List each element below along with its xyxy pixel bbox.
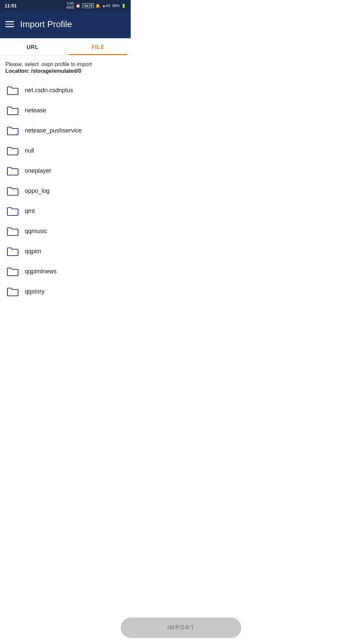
list-item[interactable]: qqstory [5, 281, 125, 302]
folder-icon [7, 286, 19, 297]
folder-name: netease_pushservice [25, 127, 82, 134]
folder-icon [7, 226, 19, 236]
folder-name: qmt [25, 208, 35, 215]
list-item[interactable]: qmt [5, 201, 125, 221]
mute-icon: 🔔 [96, 4, 100, 8]
folder-icon [7, 166, 19, 176]
list-item[interactable]: oneplayer [5, 161, 125, 181]
list-item[interactable]: oppo_log [5, 181, 125, 201]
tab-bar: URL FILE [0, 38, 131, 55]
battery-label: 58% [112, 4, 120, 8]
hamburger-line-2 [5, 24, 14, 25]
folder-icon [7, 105, 19, 115]
folder-name: qqstory [25, 288, 45, 295]
volte-icon: VoLTE [82, 3, 94, 8]
battery-icon: 🔋 [121, 4, 126, 8]
hamburger-line-1 [5, 21, 14, 22]
status-bar: 11:51 0.00KB/S ⏰ VoLTE 🔔 ▲4G 58% 🔋 [0, 0, 131, 11]
folder-icon [7, 85, 19, 95]
menu-button[interactable] [5, 21, 14, 27]
tab-url[interactable]: URL [0, 38, 65, 55]
folder-list: net.csdn.csdnplus netease netease_pushse… [5, 80, 125, 302]
folder-icon [7, 266, 19, 276]
list-item[interactable]: null [5, 141, 125, 161]
alarm-icon: ⏰ [76, 4, 80, 8]
page-title: Import Profile [20, 19, 72, 30]
folder-icon [7, 125, 19, 136]
folder-name: oppo_log [25, 187, 50, 195]
signal-icon: ▲4G [102, 4, 111, 8]
hamburger-line-3 [5, 26, 14, 27]
list-item[interactable]: netease [5, 100, 125, 120]
tab-file[interactable]: FILE [65, 38, 131, 55]
status-time: 11:51 [5, 3, 17, 8]
status-icons: 0.00KB/S ⏰ VoLTE 🔔 ▲4G 58% 🔋 [66, 2, 126, 10]
list-item[interactable]: qqpim [5, 241, 125, 261]
folder-icon [7, 146, 19, 156]
list-item[interactable]: qqmusic [5, 221, 125, 241]
folder-name: qqpim [25, 248, 41, 255]
location-text: Location: /storage/emulated/0 [5, 68, 125, 74]
data-speed: 0.00KB/S [66, 2, 74, 10]
folder-name: qqmusic [25, 228, 47, 235]
folder-icon [7, 186, 19, 196]
folder-name: null [25, 147, 34, 154]
folder-name: qqpimlnews [25, 268, 57, 275]
folder-icon [7, 206, 19, 216]
folder-name: oneplayer [25, 167, 51, 174]
folder-icon [7, 246, 19, 256]
folder-name: netease [25, 107, 46, 114]
list-item[interactable]: qqpimlnews [5, 261, 125, 281]
instruction-text: Please, select .ovpn profile to import [5, 61, 125, 67]
list-item[interactable]: net.csdn.csdnplus [5, 80, 125, 100]
app-header: Import Profile [0, 11, 131, 38]
file-content: Please, select .ovpn profile to import L… [0, 55, 131, 335]
folder-name: net.csdn.csdnplus [25, 87, 73, 94]
list-item[interactable]: netease_pushservice [5, 120, 125, 141]
